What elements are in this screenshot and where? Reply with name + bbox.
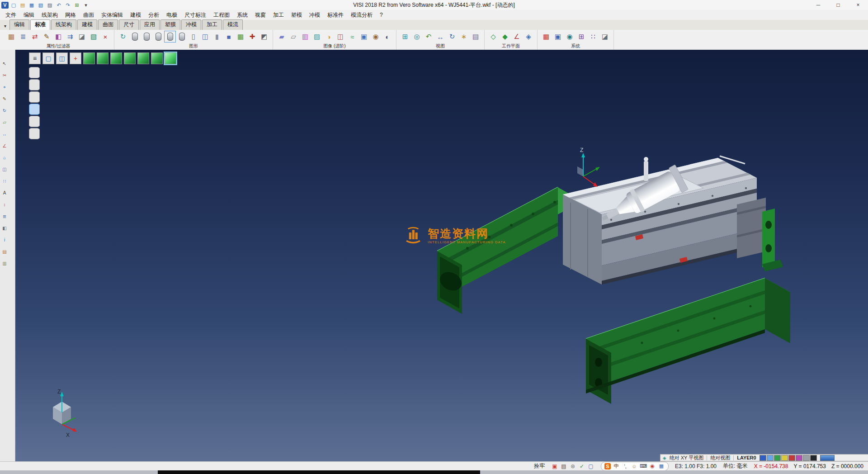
cylinder-ghost-icon[interactable] [176,31,187,42]
redraw-icon[interactable]: ∗ [458,31,469,42]
properties-icon[interactable]: ▦ [6,31,17,42]
tab-apply[interactable]: 应用 [140,19,160,30]
menu-item-modeling[interactable]: 建模 [127,11,145,19]
grid-icon[interactable]: ⊞ [73,1,81,9]
shadow-icon[interactable]: ◐ [382,31,393,42]
move-tool-icon[interactable]: ↔ [2,131,7,137]
view-mode-label[interactable]: 绝对 XY 平视图 [670,455,704,461]
texture-icon[interactable]: ▨ [311,31,322,42]
model-bracket[interactable] [762,209,783,271]
snap-settings-icon[interactable]: ⊞ [576,31,587,42]
half-view-icon[interactable]: ◧ [2,225,7,231]
lang-chinese-icon[interactable]: 中 [613,463,620,469]
emoji-icon[interactable]: ☺ [631,463,638,469]
green-mesh-icon[interactable]: ▦ [235,31,246,42]
menu-item-dimension[interactable]: 尺寸标注 [181,11,210,19]
print-status-icon[interactable]: ▤ [560,463,567,470]
view-right-icon[interactable] [137,52,149,64]
canvas-3d[interactable]: Z Z X ≡▢◫+ 智造资料网 INTELLIGE [15,50,868,461]
filter-meshes-icon[interactable] [29,128,40,139]
tab-machining[interactable]: 加工 [202,19,222,30]
tab-die[interactable]: 冲模 [181,19,201,30]
zoom-all-icon[interactable]: ⊞ [400,31,410,42]
tab-modeling[interactable]: 建模 [77,19,97,30]
copy-attributes-icon[interactable]: ⇉ [65,31,75,42]
view-front-icon[interactable] [124,52,136,64]
cylinder-hidden-icon[interactable] [153,31,164,42]
open-file-icon[interactable]: ▤ [19,1,27,9]
remove-filter-icon[interactable]: × [100,31,111,42]
probe-icon[interactable]: ✚ [247,31,258,42]
color-swatch[interactable] [781,455,788,461]
cylinder-shaded-icon[interactable] [165,31,175,42]
tab-standard[interactable]: 标准 [30,19,50,30]
menu-item-analysis[interactable]: 分析 [145,11,163,19]
menu-item-wireframe[interactable]: 线架构 [38,11,61,19]
workplane-icon[interactable]: ◇ [488,31,499,42]
array-tool-icon[interactable]: ∷ [2,178,7,184]
solid-box-icon[interactable]: ▮ [212,31,222,42]
view-top-icon[interactable] [110,52,122,64]
workplane-entity-icon[interactable]: ∠ [511,31,522,42]
workplane-view-icon[interactable]: ◈ [523,31,534,42]
group-icon[interactable]: ◫ [200,31,211,42]
shading-icon[interactable]: ▰ [276,31,287,42]
qat-dropdown-icon[interactable]: ▾ [82,1,90,9]
tab-edit[interactable]: 编辑 [9,19,29,30]
home-view-icon[interactable]: ⌂ [2,155,7,161]
menu-item-mesh[interactable]: 网格 [61,11,80,19]
zoom-in-icon[interactable]: ◎ [411,31,422,42]
layer-indicator[interactable]: LAYER0 [737,455,756,460]
tab-dropdown-icon[interactable]: ▾ [2,23,9,30]
menu-item-edit[interactable]: 编辑 [20,11,38,19]
view-iso-sw-icon[interactable] [83,52,95,64]
redo-icon[interactable]: ↷ [64,1,72,9]
menu-item-file[interactable]: 文件 [2,11,20,19]
sketch-icon[interactable]: ✎ [2,96,7,102]
web-icon[interactable]: ◉ [564,31,575,42]
color-swatch[interactable] [767,455,774,461]
view-iso-se-icon[interactable] [97,52,108,64]
punctuation-icon[interactable]: ’, [622,463,629,469]
color-swatch[interactable] [760,455,766,461]
filter-wireframe-icon[interactable] [29,67,40,78]
swap-attributes-icon[interactable]: ⇄ [29,31,40,42]
dimension-tool-icon[interactable]: ↕ [2,202,7,208]
save-icon[interactable]: ▦ [28,1,36,9]
stack-menu-icon[interactable]: ≡ [29,52,41,64]
filter-surfaces-icon[interactable] [29,116,40,127]
refresh-icon[interactable]: ↻ [118,31,128,42]
filter-curves-icon[interactable] [29,91,40,103]
snap-status-icon[interactable]: ▣ [551,463,558,470]
select-arrow-icon[interactable]: ↖ [2,61,7,66]
angle-tool-icon[interactable]: ∠ [2,143,7,149]
cylinder-wireframe-icon[interactable] [141,31,152,42]
color-swatch[interactable] [810,455,817,461]
menu-item-standard-parts[interactable]: 标准件 [324,11,347,19]
new-file-icon[interactable]: ▢ [9,1,18,9]
screen-status-icon[interactable]: ▢ [587,463,594,470]
menu-item-machining[interactable]: 加工 [269,11,288,19]
box-display-icon[interactable]: ▯ [188,31,199,42]
model-rail-left[interactable] [437,187,583,314]
edit-attributes-icon[interactable]: ✎ [41,31,52,42]
save-all-icon[interactable]: ▧ [37,1,45,9]
plane-tool-icon[interactable]: ▱ [2,119,7,125]
grid-dots-icon[interactable]: ∷ [588,31,599,42]
menu-item-system[interactable]: 系统 [233,11,251,19]
view-manager-icon[interactable]: ▤ [470,31,481,42]
section-box-icon[interactable]: ◩ [259,31,269,42]
info-icon[interactable]: i [2,237,7,243]
view-left-icon[interactable] [151,52,163,64]
monitor-icon[interactable]: ▣ [552,31,563,42]
menu-item-flow-analysis[interactable]: 模流分析 [347,11,376,19]
cylinder-display-icon[interactable] [129,31,140,42]
settings-status-icon[interactable]: ⊛ [569,463,576,470]
highlight-icon[interactable]: ◑ [323,31,334,42]
menu-item-solid-edit[interactable]: 实体编辑 [98,11,127,19]
filter-points-icon[interactable] [29,79,40,90]
sogou-logo[interactable]: S [604,463,611,469]
curvature-icon[interactable]: ≈ [347,31,358,42]
filter-solids-icon[interactable] [29,104,40,115]
previous-view-icon[interactable]: ↶ [423,31,434,42]
